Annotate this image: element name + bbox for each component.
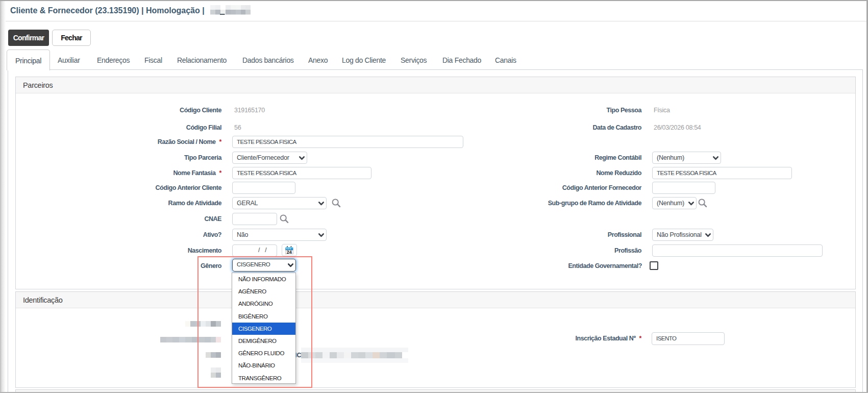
svg-text:24: 24	[287, 250, 292, 255]
